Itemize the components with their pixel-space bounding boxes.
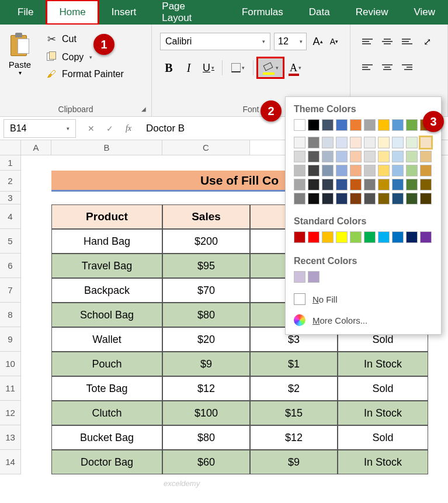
color-swatch[interactable]: [350, 151, 362, 162]
color-swatch[interactable]: [406, 151, 418, 162]
cell-e[interactable]: In Stock: [338, 450, 428, 474]
no-fill-button[interactable]: No Fill: [286, 289, 441, 310]
italic-button[interactable]: I: [180, 58, 197, 77]
copy-dropdown-arrow[interactable]: ▾: [89, 54, 92, 60]
cell-product[interactable]: Pouch: [51, 352, 162, 376]
color-swatch[interactable]: [392, 151, 404, 162]
color-swatch[interactable]: [420, 231, 432, 243]
format-painter-button[interactable]: 🖌Format Painter: [42, 68, 127, 81]
cell-d[interactable]: $1: [250, 352, 338, 376]
underline-button[interactable]: U▾: [200, 58, 217, 77]
cell-d[interactable]: $15: [250, 401, 338, 425]
tab-view[interactable]: View: [401, 0, 448, 25]
color-swatch[interactable]: [308, 193, 319, 204]
color-swatch[interactable]: [350, 193, 362, 204]
cell-product[interactable]: Backpack: [51, 278, 162, 303]
color-swatch[interactable]: [308, 165, 319, 176]
color-swatch[interactable]: [364, 119, 376, 131]
color-swatch[interactable]: [350, 179, 362, 190]
color-swatch[interactable]: [294, 179, 305, 190]
color-swatch[interactable]: [378, 193, 390, 204]
color-swatch[interactable]: [420, 137, 432, 148]
cell-product[interactable]: Travel Bag: [51, 254, 162, 278]
color-swatch[interactable]: [364, 193, 376, 204]
color-swatch[interactable]: [392, 193, 404, 204]
cell-e[interactable]: Sold: [338, 425, 428, 450]
cell-product[interactable]: Tote Bag: [51, 376, 162, 401]
row-header-12[interactable]: 12: [0, 401, 21, 425]
color-swatch[interactable]: [322, 193, 334, 204]
cell-sales[interactable]: $95: [162, 254, 250, 278]
tab-home[interactable]: Home: [46, 0, 98, 25]
color-swatch[interactable]: [350, 231, 362, 243]
color-swatch[interactable]: [420, 151, 432, 162]
color-swatch[interactable]: [392, 179, 404, 190]
cell-d[interactable]: $12: [250, 425, 338, 450]
header-product[interactable]: Product: [51, 204, 162, 229]
color-swatch[interactable]: [336, 137, 348, 148]
color-swatch[interactable]: [406, 137, 418, 148]
row-header-13[interactable]: 13: [0, 425, 21, 450]
borders-button[interactable]: ▾: [227, 58, 248, 77]
align-middle-button[interactable]: [378, 33, 396, 50]
cell-product[interactable]: Clutch: [51, 401, 162, 425]
align-top-button[interactable]: [359, 33, 376, 50]
insert-function-button[interactable]: fx: [119, 124, 138, 133]
color-swatch[interactable]: [378, 179, 390, 190]
cell-product[interactable]: Doctor Bag: [51, 450, 162, 474]
increase-font-button[interactable]: A▴: [310, 33, 325, 50]
color-swatch[interactable]: [308, 231, 319, 243]
cell-sales[interactable]: $60: [162, 450, 250, 474]
color-swatch[interactable]: [308, 151, 319, 162]
color-swatch[interactable]: [336, 231, 348, 243]
color-swatch[interactable]: [364, 151, 376, 162]
color-swatch[interactable]: [420, 193, 432, 204]
color-swatch[interactable]: [392, 137, 404, 148]
color-swatch[interactable]: [336, 179, 348, 190]
color-swatch[interactable]: [308, 119, 319, 131]
color-swatch[interactable]: [406, 231, 418, 243]
cell-d[interactable]: $2: [250, 376, 338, 401]
color-swatch[interactable]: [322, 231, 334, 243]
cell-sales[interactable]: $12: [162, 376, 250, 401]
cell-e[interactable]: In Stock: [338, 352, 428, 376]
color-swatch[interactable]: [294, 231, 305, 243]
cancel-edit-button[interactable]: ✕: [82, 124, 100, 133]
color-swatch[interactable]: [406, 165, 418, 176]
row-header-1[interactable]: 1: [0, 155, 21, 171]
confirm-edit-button[interactable]: ✓: [100, 124, 119, 133]
cell-product[interactable]: School Bag: [51, 303, 162, 327]
color-swatch[interactable]: [322, 165, 334, 176]
name-box[interactable]: B14▾: [4, 119, 76, 138]
cell-sales[interactable]: $200: [162, 229, 250, 254]
color-swatch[interactable]: [364, 165, 376, 176]
color-swatch[interactable]: [294, 271, 305, 283]
header-sales[interactable]: Sales: [162, 204, 250, 229]
cell-product[interactable]: Bucket Bag: [51, 425, 162, 450]
cell-sales[interactable]: $70: [162, 278, 250, 303]
row-header-3[interactable]: 3: [0, 192, 21, 204]
color-swatch[interactable]: [308, 179, 319, 190]
cell-product[interactable]: Wallet: [51, 327, 162, 352]
tab-review[interactable]: Review: [343, 0, 401, 25]
color-swatch[interactable]: [322, 119, 334, 131]
color-swatch[interactable]: [336, 151, 348, 162]
row-header-9[interactable]: 9: [0, 327, 21, 352]
color-swatch[interactable]: [350, 119, 362, 131]
color-swatch[interactable]: [378, 151, 390, 162]
align-left-button[interactable]: [359, 58, 376, 76]
row-header-5[interactable]: 5: [0, 229, 21, 254]
font-name-select[interactable]: Calibri▾: [160, 33, 270, 50]
decrease-font-button[interactable]: A▾: [327, 33, 342, 50]
color-swatch[interactable]: [406, 193, 418, 204]
color-swatch[interactable]: [294, 137, 305, 148]
color-swatch[interactable]: [406, 179, 418, 190]
color-swatch[interactable]: [392, 231, 404, 243]
color-swatch[interactable]: [336, 119, 348, 131]
align-bottom-button[interactable]: [398, 33, 416, 50]
row-header-14[interactable]: 14: [0, 450, 21, 474]
color-swatch[interactable]: [378, 137, 390, 148]
cell-sales[interactable]: $80: [162, 425, 250, 450]
color-swatch[interactable]: [364, 137, 376, 148]
clipboard-dialog-launcher[interactable]: ◢: [140, 105, 148, 113]
